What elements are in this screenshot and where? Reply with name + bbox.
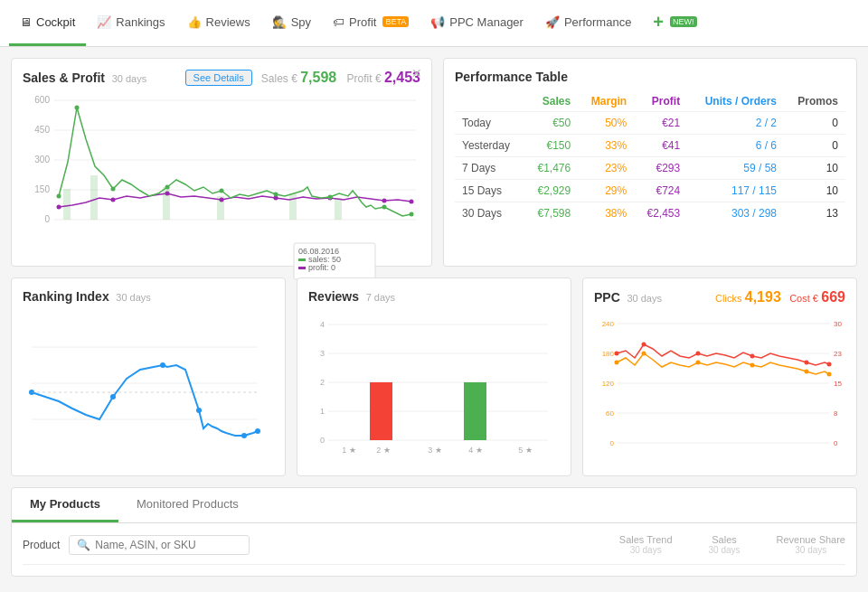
col-profit: Profit [634, 91, 687, 112]
row-promos: 0 [784, 112, 845, 135]
monitor-icon: 🖥 [20, 15, 32, 29]
ranking-title: Ranking Index [23, 289, 109, 304]
svg-point-82 [642, 352, 646, 356]
svg-point-89 [696, 352, 701, 356]
performance-table-card: Performance Table Sales Margin Profit Un… [443, 58, 857, 267]
row-label: 30 Days [455, 202, 524, 225]
sales-trend-label: Sales Trend [619, 534, 673, 545]
nav-rankings[interactable]: 📈 Rankings [86, 0, 175, 46]
row-promos: 10 [784, 157, 845, 180]
svg-text:5 ★: 5 ★ [518, 446, 533, 455]
svg-point-88 [642, 343, 646, 347]
svg-text:0: 0 [44, 214, 50, 224]
nav-profit-label: Profit [349, 15, 376, 29]
product-search-box[interactable]: 🔍 [69, 535, 250, 555]
svg-text:profit: 0: profit: 0 [308, 263, 335, 272]
svg-text:15: 15 [834, 380, 842, 388]
svg-text:150: 150 [34, 184, 50, 194]
svg-point-16 [57, 205, 61, 210]
reviews-title: Reviews [308, 289, 359, 304]
performance-table: Sales Margin Profit Units / Orders Promo… [455, 91, 845, 224]
row-profit: €41 [634, 135, 687, 157]
row-sales: €7,598 [524, 202, 578, 225]
nav-plus[interactable]: + NEW! [642, 0, 707, 46]
nav-profit[interactable]: 🏷 Profit BETA [322, 0, 420, 46]
svg-text:3 ★: 3 ★ [428, 446, 442, 455]
row-units: 59 / 58 [687, 157, 784, 180]
svg-point-24 [57, 194, 61, 199]
svg-text:2 ★: 2 ★ [376, 446, 391, 455]
ppc-cost-value: 669 [821, 289, 845, 305]
svg-point-45 [196, 408, 202, 413]
row-margin: 29% [578, 180, 634, 202]
svg-point-81 [615, 361, 619, 365]
ppc-card: PPC 30 days Clicks 4,193 Cost € 669 240 … [582, 277, 857, 476]
row-sales: €2,929 [524, 180, 578, 202]
table-row: 30 Days €7,598 38% €2,453 303 / 298 13 [455, 202, 845, 225]
sales-label: Sales € [261, 72, 297, 85]
svg-text:8: 8 [834, 409, 838, 418]
svg-point-23 [410, 200, 414, 204]
svg-rect-14 [289, 193, 297, 220]
svg-point-83 [696, 361, 701, 365]
ppc-clicks-label: Clicks [715, 293, 741, 304]
svg-point-91 [805, 361, 809, 365]
row-units: 117 / 115 [687, 180, 784, 202]
svg-text:300: 300 [34, 155, 50, 164]
svg-text:1 ★: 1 ★ [342, 446, 356, 455]
row-label: Today [455, 112, 524, 135]
col-promos: Promos [784, 91, 845, 112]
col-sales: Sales [524, 91, 578, 112]
svg-point-44 [160, 362, 165, 368]
row-sales: €150 [524, 135, 578, 157]
row-margin: 50% [578, 112, 634, 135]
reviews-period: 7 days [366, 292, 395, 303]
table-row: 7 Days €1,476 23% €293 59 / 58 10 [455, 157, 845, 180]
row-units: 303 / 298 [687, 202, 784, 225]
row-label: 7 Days [455, 157, 524, 180]
nav-performance-label: Performance [564, 15, 631, 29]
row-units: 2 / 2 [687, 112, 784, 135]
nav-rankings-label: Rankings [116, 15, 165, 29]
ppc-clicks-value: 4,193 [745, 289, 781, 305]
row-margin: 38% [578, 202, 634, 225]
sales-profit-card: Sales & Profit 30 days See Details Sales… [11, 58, 432, 267]
rocket-icon: 🚀 [545, 15, 560, 29]
product-filter-label: Product [23, 539, 60, 551]
search-input[interactable] [95, 539, 240, 551]
svg-point-92 [827, 362, 832, 367]
svg-point-30 [328, 195, 333, 200]
tab-monitored-products[interactable]: Monitored Products [118, 488, 257, 522]
nav-spy[interactable]: 🕵 Spy [261, 0, 322, 46]
svg-text:23: 23 [834, 350, 842, 358]
svg-point-46 [241, 433, 247, 438]
nav-ppc-manager[interactable]: 📢 PPC Manager [420, 0, 534, 46]
nav-performance[interactable]: 🚀 Performance [534, 0, 642, 46]
svg-point-28 [220, 189, 224, 193]
nav-ppc-label: PPC Manager [449, 15, 524, 29]
nav-reviews[interactable]: 👍 Reviews [176, 0, 261, 46]
table-row: Yesterday €150 33% €41 6 / 6 0 [455, 135, 845, 157]
sales-trend-sub: 30 days [619, 545, 673, 555]
sales-profit-chart: 600 450 300 150 0 [23, 89, 420, 255]
nav-cockpit[interactable]: 🖥 Cockpit [9, 0, 86, 46]
svg-point-85 [805, 370, 809, 374]
svg-point-90 [750, 354, 755, 359]
chart-icon: 📈 [97, 15, 111, 29]
see-details-button[interactable]: See Details [185, 70, 252, 86]
revenue-share-label: Revenue Share [777, 534, 845, 545]
svg-text:1: 1 [320, 407, 325, 416]
tab-my-products[interactable]: My Products [12, 488, 118, 522]
svg-point-43 [110, 394, 116, 399]
spy-icon: 🕵 [272, 15, 287, 29]
svg-point-31 [382, 205, 387, 210]
nav-cockpit-label: Cockpit [36, 15, 75, 29]
close-icon[interactable]: ✕ [411, 66, 422, 80]
svg-text:240: 240 [602, 320, 615, 328]
ppc-title: PPC [594, 290, 620, 305]
navigation: 🖥 Cockpit 📈 Rankings 👍 Reviews 🕵 Spy 🏷 P… [0, 0, 868, 47]
sales-profit-period: 30 days [112, 73, 147, 84]
sales-value: 7,598 [300, 70, 336, 85]
svg-text:30: 30 [834, 320, 842, 328]
svg-point-22 [382, 199, 387, 203]
